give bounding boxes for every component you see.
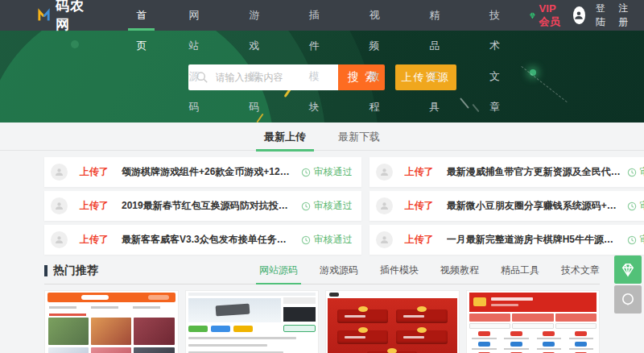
thumb-text-line [188, 344, 268, 347]
hot-tab-tech-article[interactable]: 技术文章 [561, 264, 600, 278]
thumb-section-marker [49, 314, 86, 316]
nav-item-video-tutorial[interactable]: 视频教程 [349, 0, 409, 31]
uploader-avatar [51, 164, 68, 181]
hot-tab-plugin-module[interactable]: 插件模块 [380, 264, 419, 278]
hot-category-tabs: 网站源码 游戏源码 插件模块 视频教程 精品工具 技术文章 [259, 264, 600, 278]
user-icon [573, 10, 584, 21]
hot-tab-tools[interactable]: 精品工具 [501, 264, 539, 278]
hot-section-header: 热门推荐 网站源码 游戏源码 插件模块 视频教程 精品工具 技术文章 [44, 264, 600, 284]
audit-clock-icon [627, 168, 637, 177]
resource-title[interactable]: 最新漫威捕鱼带官方更新资源及全民代理系统完整... [447, 165, 621, 179]
thumb-banner [188, 298, 282, 322]
status-text: 审核通过 [640, 233, 644, 247]
hot-section-title: 热门推荐 [44, 264, 98, 278]
resource-title[interactable]: 2019最新春节红包互换源码防对抗投诉运营版|免... [122, 199, 295, 213]
thumb-text-lines [49, 305, 174, 311]
uploader-avatar [376, 231, 393, 248]
list-item[interactable]: 上传了 最新漫威捕鱼带官方更新资源及全民代理系统完整... 审核通过 [369, 157, 644, 187]
register-link[interactable]: 注册 [618, 2, 631, 29]
list-item[interactable]: 上传了 一月最新完整道游房卡棋牌H5牛牛源码运营版+视... 审核通过 [369, 225, 644, 255]
redpacket-amount-block [337, 330, 388, 344]
thumb-data-grid [469, 331, 597, 353]
list-item[interactable]: 上传了 最新微小豆朋友圈分享赚钱系统源码+分销功能+安... 审核通过 [369, 191, 644, 221]
vip-member-link[interactable]: VIP会员 [529, 2, 563, 29]
thumb-image-grid [48, 318, 175, 353]
gem-icon [620, 263, 636, 277]
thumb-sidebar [283, 297, 316, 332]
hot-tab-website-source[interactable]: 网站源码 [259, 264, 298, 278]
hot-card-thumbnail-comic[interactable] [44, 290, 179, 353]
uploader-avatar [51, 197, 68, 214]
nav-item-tools[interactable]: 精品工具 [408, 0, 469, 31]
thumb-topbar [188, 293, 316, 296]
top-navbar: 码农网 首页 网站源码 游戏源码 插件模块 视频教程 精品工具 技术文章 VIP… [0, 0, 644, 31]
upload-action-label: 上传了 [80, 233, 109, 247]
title-accent-bar [44, 265, 47, 276]
header-right: VIP会员 登陆 注册 [529, 0, 644, 31]
status-badge: 审核通过 [627, 233, 644, 247]
status-badge: 审核通过 [301, 233, 353, 247]
uploader-avatar [376, 197, 393, 214]
login-link[interactable]: 登陆 [596, 2, 609, 29]
tab-latest-upload[interactable]: 最新上传 [262, 123, 308, 150]
hot-tab-game-source[interactable]: 游戏源码 [320, 264, 358, 278]
logo-m-icon [37, 7, 51, 23]
hot-card-row [44, 290, 600, 353]
status-text: 审核通过 [640, 165, 644, 179]
nav-item-game-source[interactable]: 游戏源码 [228, 0, 288, 31]
audit-clock-icon [627, 201, 637, 211]
vip-label: VIP会员 [539, 2, 564, 29]
nav-item-plugin-module[interactable]: 插件模块 [288, 0, 349, 31]
status-badge: 审核通过 [627, 199, 644, 213]
tab-latest-download[interactable]: 最新下载 [336, 123, 382, 150]
status-badge: 审核通过 [627, 165, 644, 179]
hot-tab-video-tutorial[interactable]: 视频教程 [440, 264, 479, 278]
uploader-avatar [51, 231, 68, 248]
thumb-orange-navbar [47, 293, 175, 302]
nav-item-home[interactable]: 首页 [115, 0, 167, 31]
status-text: 审核通过 [640, 199, 644, 213]
redpacket-amount-block [396, 309, 447, 323]
list-item[interactable]: 上传了 颂游棋牌游戏组件+26款金币游戏+12款房卡游戏 审核通过 [44, 157, 361, 187]
resource-title[interactable]: 一月最新完整道游房卡棋牌H5牛牛源码运营版+视... [447, 233, 621, 247]
latest-tabs: 最新上传 最新下载 [0, 123, 644, 151]
resource-title[interactable]: 颂游棋牌游戏组件+26款金币游戏+12款房卡游戏 [122, 165, 295, 179]
floating-side-buttons [614, 255, 642, 314]
thumb-red-body [328, 298, 457, 353]
hot-recommend-section: 热门推荐 网站源码 游戏源码 插件模块 视频教程 精品工具 技术文章 [44, 264, 600, 353]
resource-title[interactable]: 最新微小豆朋友圈分享赚钱系统源码+分销功能+安... [447, 199, 621, 213]
thumb-subheader-cells [469, 314, 597, 322]
status-badge: 审核通过 [301, 165, 353, 179]
list-item[interactable]: 上传了 最新客客威客V3.3众包发布接单任务平台源码运营... 审核通过 [44, 225, 361, 255]
upload-resource-button[interactable]: 上传资源 [395, 64, 456, 90]
nav-item-tech-article[interactable]: 技术文章 [469, 0, 529, 31]
nav-item-website-source[interactable]: 网站源码 [167, 0, 228, 31]
resource-title[interactable]: 最新客客威客V3.3众包发布接单任务平台源码运营... [122, 233, 295, 247]
upload-action-label: 上传了 [405, 199, 434, 213]
status-text: 审核通过 [314, 199, 353, 213]
thumb-red-header [469, 293, 597, 312]
upload-action-label: 上传了 [80, 165, 109, 179]
user-avatar-button[interactable] [573, 6, 584, 24]
list-item[interactable]: 上传了 2019最新春节红包互换源码防对抗投诉运营版|免... 审核通过 [44, 191, 361, 221]
hero-slash-decoration [460, 98, 469, 109]
main-nav: 首页 网站源码 游戏源码 插件模块 视频教程 精品工具 技术文章 [115, 0, 528, 31]
feedback-float-button[interactable] [614, 285, 642, 314]
thumb-text-line [188, 337, 297, 339]
status-text: 审核通过 [314, 233, 353, 247]
redpacket-amount-block [396, 330, 447, 344]
hot-card-thumbnail-lottery[interactable] [466, 290, 601, 353]
vip-gem-icon [529, 10, 536, 21]
thumb-topbar [326, 291, 459, 298]
audit-clock-icon [301, 235, 311, 245]
status-text: 审核通过 [314, 165, 353, 179]
status-badge: 审核通过 [301, 199, 353, 213]
hot-card-thumbnail-redpacket[interactable] [325, 290, 460, 353]
site-logo[interactable]: 码农网 [37, 0, 86, 31]
hot-card-thumbnail-forum[interactable] [185, 290, 320, 353]
hero-slash-decoration [472, 104, 479, 112]
upload-action-label: 上传了 [80, 199, 109, 213]
vip-float-button[interactable] [614, 255, 642, 284]
redpacket-amount-block [337, 309, 388, 323]
audit-clock-icon [301, 201, 311, 211]
